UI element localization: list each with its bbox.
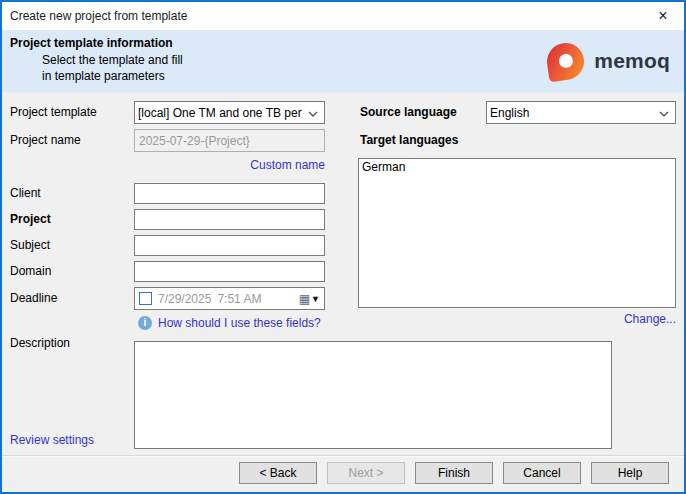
change-languages-link[interactable]: Change...	[358, 312, 676, 326]
next-button: Next >	[327, 462, 405, 484]
domain-field[interactable]	[134, 261, 325, 282]
project-name-label: Project name	[10, 133, 81, 147]
project-template-label: Project template	[10, 105, 97, 119]
target-languages-list[interactable]: German	[358, 158, 676, 308]
project-name-value: 2025-07-29-{Project}	[139, 134, 250, 148]
footer-separator	[2, 455, 684, 456]
info-icon: i	[138, 316, 152, 330]
deadline-checkbox[interactable]	[139, 292, 152, 305]
memoq-brand-text: memoq	[594, 49, 670, 73]
fields-help-link[interactable]: How should I use these fields?	[158, 316, 321, 330]
project-label: Project	[10, 212, 51, 226]
subject-label: Subject	[10, 238, 50, 252]
target-languages-label: Target languages	[360, 133, 458, 147]
page-subtitle-line1: Select the template and fill	[42, 53, 183, 67]
deadline-picker[interactable]: 7/29/2025 7:51 AM ▦ ▼	[134, 287, 325, 310]
title-bar: Create new project from template ×	[2, 2, 684, 30]
description-label: Description	[10, 336, 70, 350]
custom-name-link[interactable]: Custom name	[134, 158, 325, 172]
memoq-brand: memoq	[547, 41, 670, 81]
help-button[interactable]: Help	[591, 462, 669, 484]
client-label: Client	[10, 186, 41, 200]
source-language-combobox[interactable]: English	[486, 101, 676, 124]
description-field[interactable]	[134, 341, 612, 449]
cancel-button[interactable]: Cancel	[503, 462, 581, 484]
chevron-down-icon	[659, 111, 669, 117]
project-template-combobox[interactable]: [local] One TM and one TB per lan	[134, 101, 325, 124]
project-field[interactable]	[134, 209, 325, 230]
finish-button[interactable]: Finish	[415, 462, 493, 484]
client-field[interactable]	[134, 183, 325, 204]
review-settings-link[interactable]: Review settings	[10, 433, 94, 447]
subject-field[interactable]	[134, 235, 325, 256]
back-button[interactable]: < Back	[239, 462, 317, 484]
dropdown-arrow-icon: ▼	[311, 293, 320, 305]
memoq-logo-hole	[558, 53, 574, 69]
create-project-dialog: Create new project from template × Proje…	[0, 0, 686, 494]
project-name-field: 2025-07-29-{Project}	[134, 129, 325, 152]
window-title: Create new project from template	[10, 2, 187, 30]
deadline-time: 7:51 AM	[217, 292, 261, 306]
deadline-date: 7/29/2025	[158, 292, 211, 306]
calendar-icon: ▦	[299, 293, 310, 305]
deadline-calendar-dropdown[interactable]: ▦ ▼	[299, 293, 320, 305]
page-title: Project template information	[10, 36, 173, 50]
wizard-header: Project template information Select the …	[2, 30, 684, 93]
chevron-down-icon	[308, 111, 318, 117]
deadline-label: Deadline	[10, 291, 57, 305]
page-subtitle-line2: in template parameters	[42, 69, 165, 83]
domain-label: Domain	[10, 264, 51, 278]
project-template-value: [local] One TM and one TB per lan	[138, 106, 304, 120]
source-language-label: Source language	[360, 105, 457, 119]
source-language-value: English	[490, 106, 655, 120]
memoq-logo-icon	[545, 40, 587, 82]
list-item[interactable]: German	[359, 159, 675, 175]
close-icon[interactable]: ×	[652, 5, 674, 27]
